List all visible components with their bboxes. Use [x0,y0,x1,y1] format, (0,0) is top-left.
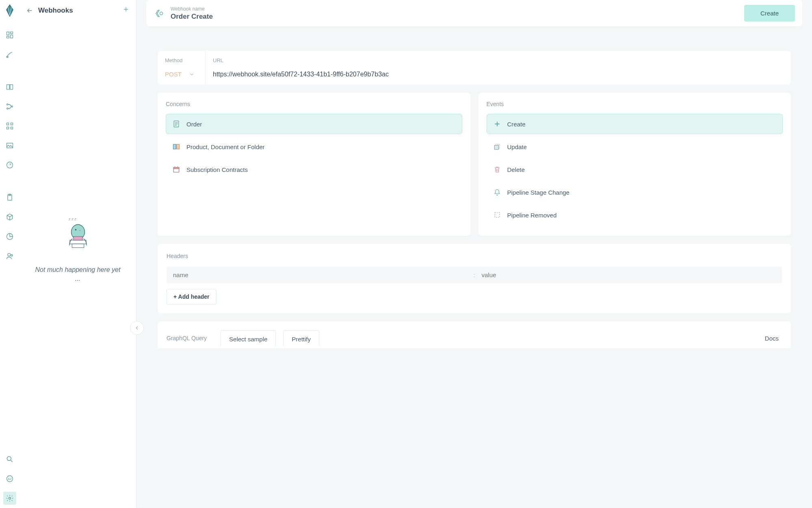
graphql-card: GraphQL Query Select sample Prettify Doc… [158,321,791,348]
rail-brush-icon[interactable] [3,48,16,61]
event-label: Create [507,121,526,128]
svg-rect-34 [173,167,179,169]
svg-point-5 [7,104,8,105]
svg-point-29 [160,12,163,15]
create-button[interactable]: Create [744,5,795,22]
method-label: Method [165,57,198,63]
rail-search-icon[interactable] [3,453,16,466]
rail-grid-icon[interactable] [3,28,16,41]
svg-rect-12 [7,143,13,148]
headers-title: Headers [167,253,782,259]
rail-user-icon[interactable] [3,250,16,263]
url-input[interactable] [213,71,784,78]
header-name-input[interactable] [173,271,467,278]
plus-square-icon [493,119,502,128]
event-label: Delete [507,166,525,173]
sidebar-title: Webhooks [38,7,117,15]
bell-icon [493,188,502,197]
concern-label: Subscription Contracts [186,166,248,173]
svg-rect-10 [7,127,9,129]
rail-nodes-icon[interactable] [3,100,16,113]
method-box: Method POST [158,51,206,85]
rail-apps-icon[interactable] [3,119,16,132]
rail-translate-icon[interactable]: AZ [3,472,16,485]
svg-rect-28 [74,237,82,240]
event-label: Pipeline Stage Change [507,189,569,196]
icon-rail: AZ [0,0,19,508]
method-select[interactable]: POST [165,71,198,78]
event-label: Pipeline Removed [507,212,557,219]
event-option-pipeline-stage[interactable]: Pipeline Stage Change [487,182,783,202]
svg-rect-36 [494,145,498,150]
svg-rect-8 [7,123,9,125]
add-header-button[interactable]: + Add header [167,289,217,304]
book-color-icon [172,142,181,151]
empty-message: Not much happening here yet ... [32,265,124,283]
docs-link[interactable]: Docs [765,335,782,342]
svg-point-25 [75,229,76,230]
events-title: Events [487,101,783,107]
svg-point-17 [8,253,11,256]
dashed-square-icon [493,211,502,219]
concern-option-product[interactable]: Product, Document or Folder [166,137,462,157]
collapse-sidebar-button[interactable] [130,321,144,335]
empty-illustration-icon: z z z [56,213,100,258]
headers-card: Headers : + Add header [158,244,791,313]
svg-rect-9 [11,123,13,125]
concern-label: Product, Document or Folder [186,143,265,150]
rail-image-icon[interactable] [3,139,16,152]
svg-rect-37 [495,213,500,217]
svg-rect-2 [11,35,13,38]
event-option-create[interactable]: Create [487,114,783,134]
rail-book-icon[interactable] [3,80,16,93]
concern-label: Order [186,121,202,128]
main-content: Webhook name Order Create Create Method … [136,0,812,508]
svg-rect-3 [7,36,9,38]
prettify-button[interactable]: Prettify [283,330,319,346]
svg-point-19 [7,456,11,460]
event-option-pipeline-removed[interactable]: Pipeline Removed [487,205,783,225]
order-doc-icon [172,119,181,128]
svg-rect-31 [173,144,176,149]
url-label: URL [213,57,784,63]
concerns-card: Concerns Order Product, Document or Fold… [158,93,470,236]
webhook-tag-icon [154,8,165,19]
graphql-title: GraphQL Query [167,335,207,341]
rail-gauge-icon[interactable] [3,158,16,172]
add-webhook-icon[interactable] [122,6,130,15]
webhook-name-label: Webhook name [171,6,744,12]
app-logo[interactable] [3,4,16,17]
concern-option-subscription[interactable]: Subscription Contracts [166,159,462,180]
svg-rect-11 [11,127,13,129]
svg-text:AZ: AZ [8,477,12,481]
rail-cube-icon[interactable] [3,211,16,224]
rail-clipboard-icon[interactable] [3,191,16,204]
svg-rect-1 [11,32,13,34]
back-arrow-icon[interactable] [26,7,33,14]
svg-rect-0 [7,32,9,35]
trash-icon [493,165,502,174]
concerns-title: Concerns [166,101,462,107]
rail-piechart-icon[interactable] [3,230,16,243]
svg-point-7 [11,106,13,107]
svg-point-22 [9,497,11,499]
svg-text:z z z: z z z [69,217,76,221]
concern-option-order[interactable]: Order [166,114,462,134]
calendar-icon [172,165,181,174]
event-option-delete[interactable]: Delete [487,159,783,180]
header-value-input[interactable] [481,271,775,278]
event-option-update[interactable]: Update [487,137,783,157]
webhook-name-value[interactable]: Order Create [171,13,744,21]
sidebar-empty-state: z z z Not much happening here yet ... [19,21,136,508]
select-sample-button[interactable]: Select sample [221,330,276,346]
chevron-down-icon [189,72,195,77]
event-label: Update [507,143,527,150]
svg-rect-27 [72,244,84,247]
svg-point-18 [11,254,13,256]
rail-settings-icon[interactable] [3,492,16,505]
url-box: URL [206,51,791,85]
method-value: POST [165,71,182,78]
header-colon: : [474,272,475,278]
sidebar: Webhooks z z z Not much happeni [19,0,136,508]
webhook-header-card: Webhook name Order Create Create [146,0,802,26]
